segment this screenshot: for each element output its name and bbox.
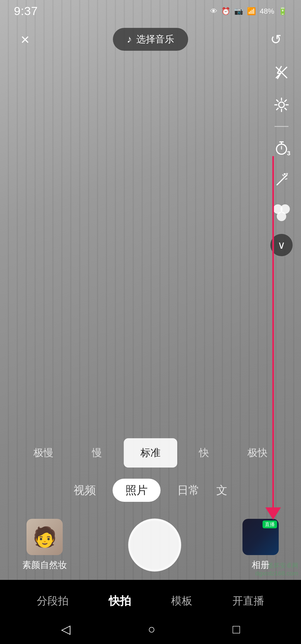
- filter-face-preview: 🧑: [26, 519, 63, 555]
- speed-slow[interactable]: 慢: [70, 438, 124, 468]
- gallery-preview-image: 直播: [242, 519, 279, 555]
- mode-photo[interactable]: 照片: [113, 479, 161, 502]
- shutter-button[interactable]: [128, 519, 181, 572]
- chevron-down-icon: ∨: [278, 239, 285, 251]
- mode-daily[interactable]: 日常: [177, 483, 200, 498]
- system-navigation: ◁ ○ □: [0, 616, 301, 644]
- beauty-button[interactable]: [270, 202, 293, 224]
- svg-line-14: [285, 179, 287, 179]
- battery-indicator: 48%: [260, 7, 274, 16]
- music-note-icon: ♪: [127, 33, 132, 45]
- refresh-icon: ↺: [270, 32, 281, 47]
- nav-quick-shoot[interactable]: 快拍: [103, 591, 137, 611]
- more-options-button[interactable]: ∨: [270, 234, 293, 256]
- nav-template[interactable]: 模板: [166, 592, 198, 610]
- nav-live-stream[interactable]: 开直播: [227, 592, 270, 610]
- filter-thumbnail[interactable]: 🧑 素颜自然妆: [22, 519, 67, 571]
- svg-point-5: [279, 102, 284, 108]
- gallery-preview-content: 直播: [242, 519, 279, 555]
- back-button[interactable]: ◁: [53, 619, 79, 639]
- settings-button[interactable]: [270, 94, 293, 116]
- timer-badge: 3: [287, 150, 290, 157]
- alarm-icon: ⏰: [221, 7, 230, 16]
- gallery-thumbnail[interactable]: 直播 相册: [242, 519, 279, 571]
- svg-line-10: [277, 177, 285, 185]
- beauty-circles: [273, 204, 290, 221]
- close-button[interactable]: ×: [14, 28, 36, 50]
- status-bar: 9:37 👁 ⏰ 📷 📶 48% 🔋: [0, 0, 301, 22]
- speed-very-fast[interactable]: 极快: [231, 438, 284, 468]
- svg-text:✦: ✦: [285, 173, 289, 176]
- flash-button[interactable]: [270, 61, 293, 84]
- speed-fast[interactable]: 快: [177, 438, 231, 468]
- speed-very-slow[interactable]: 极慢: [17, 438, 70, 468]
- mode-text[interactable]: 文: [216, 483, 227, 498]
- music-select-button[interactable]: ♪ 选择音乐: [113, 28, 188, 51]
- top-controls: × ♪ 选择音乐 ↺: [0, 22, 301, 56]
- gallery-label: 相册: [252, 559, 270, 571]
- bottom-nav: 分段拍 快拍 模板 开直播 ◁ ○ □: [0, 580, 301, 644]
- magic-wand-button[interactable]: ✦ ✦: [270, 169, 293, 192]
- filter-preview-image: 🧑: [26, 519, 63, 555]
- eye-icon: 👁: [210, 7, 217, 16]
- recents-button[interactable]: □: [224, 619, 249, 639]
- home-button[interactable]: ○: [139, 619, 164, 639]
- nav-segment-shoot[interactable]: 分段拍: [31, 592, 74, 610]
- camera-controls: 🧑 素颜自然妆 直播 相册: [0, 519, 301, 572]
- bottom-panel: 极慢 慢 标准 快 极快 视频 照片 日常 文 🧑 素颜自然妆 直播: [0, 438, 301, 580]
- camera-status-icon: 📷: [234, 7, 243, 16]
- mode-video[interactable]: 视频: [74, 483, 96, 498]
- gallery-new-badge: 直播: [263, 520, 277, 528]
- battery-icon: 🔋: [278, 7, 287, 16]
- nav-items: 分段拍 快拍 模板 开直播: [0, 580, 301, 616]
- speed-selector: 极慢 慢 标准 快 极快: [0, 438, 301, 468]
- timer-button[interactable]: 3: [270, 137, 293, 159]
- signal-icon: 📶: [247, 7, 256, 16]
- speed-normal[interactable]: 标准: [124, 438, 177, 468]
- mode-selector: 视频 照片 日常 文: [0, 479, 301, 502]
- music-label: 选择音乐: [136, 33, 174, 46]
- status-icons: 👁 ⏰ 📷 📶 48% 🔋: [210, 7, 287, 16]
- toolbar-divider: [275, 126, 288, 127]
- camera-flip-button[interactable]: ↺: [265, 28, 287, 50]
- status-time: 9:37: [14, 4, 38, 18]
- right-toolbar: 3 ✦ ✦ ∨: [270, 61, 293, 256]
- filter-label: 素颜自然妆: [22, 559, 67, 571]
